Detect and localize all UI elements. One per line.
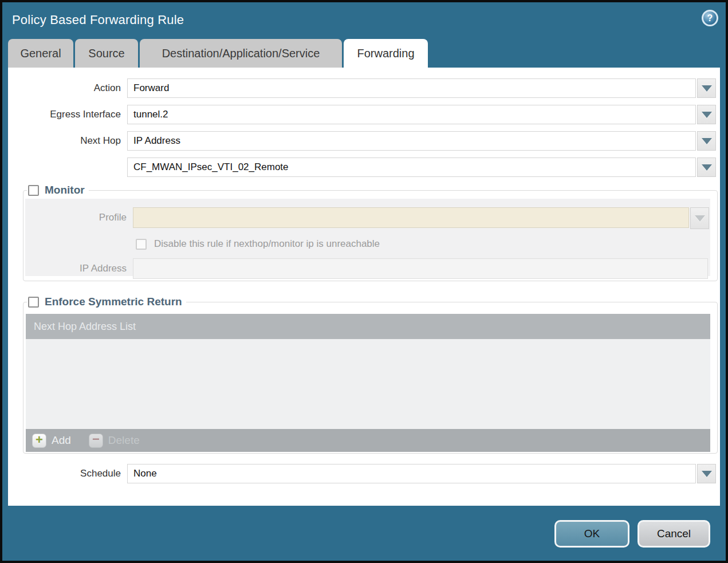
policy-based-forwarding-dialog: Policy Based Forwarding Rule ? General S…: [0, 0, 728, 563]
add-icon[interactable]: +: [32, 434, 46, 448]
schedule-select[interactable]: None: [127, 464, 696, 483]
add-button[interactable]: Add: [52, 434, 71, 447]
profile-select: [133, 207, 689, 228]
chevron-down-icon: [695, 215, 705, 222]
table-header: Next Hop Address List: [26, 314, 710, 339]
next-hop-address-row: CF_MWAN_IPsec_VTI_02_Remote: [8, 158, 720, 177]
ok-button[interactable]: OK: [554, 520, 629, 548]
disable-rule-row: Disable this rule if nexthop/monitor ip …: [25, 238, 709, 250]
table-footer: + Add − Delete: [26, 429, 710, 452]
chevron-down-icon: [702, 112, 712, 118]
delete-icon: −: [89, 434, 103, 448]
tab-label: Source: [88, 47, 124, 60]
chevron-down-icon: [702, 471, 712, 477]
monitor-panel: Profile Disable this rule if nexthop/mon…: [25, 199, 710, 276]
help-glyph: ?: [707, 13, 713, 23]
action-select[interactable]: Forward: [127, 78, 696, 98]
next-hop-row: Next Hop IP Address: [8, 131, 720, 151]
tab-label: General: [20, 47, 61, 60]
disable-rule-label: Disable this rule if nexthop/monitor ip …: [154, 238, 380, 250]
next-hop-dropdown-button[interactable]: [697, 131, 716, 151]
monitor-ip-address-label: IP Address: [25, 258, 133, 279]
enforce-symmetric-return-legend-label: Enforce Symmetric Return: [45, 296, 182, 308]
next-hop-address-list-table: Next Hop Address List + Add − Delete: [26, 314, 710, 452]
delete-button: Delete: [108, 434, 140, 447]
titlebar: Policy Based Forwarding Rule ?: [2, 2, 726, 39]
dialog-title: Policy Based Forwarding Rule: [12, 13, 184, 27]
monitor-ip-address-input: [133, 258, 708, 279]
monitor-legend: Monitor: [27, 184, 89, 196]
egress-interface-row: Egress Interface tunnel.2: [8, 105, 720, 124]
monitor-section: Monitor Profile Disable this rule if nex…: [23, 184, 718, 281]
schedule-label: Schedule: [8, 464, 127, 483]
egress-interface-label: Egress Interface: [8, 105, 127, 124]
forwarding-tab-panel: Action Forward Egress Interface tunnel.2…: [8, 68, 720, 506]
schedule-dropdown-button[interactable]: [697, 464, 716, 483]
chevron-down-icon: [702, 164, 712, 171]
enforce-symmetric-return-checkbox[interactable]: [28, 297, 39, 308]
next-hop-address-select[interactable]: CF_MWAN_IPsec_VTI_02_Remote: [127, 158, 696, 177]
chevron-down-icon: [702, 85, 712, 92]
table-body-empty: [26, 339, 710, 429]
enforce-symmetric-return-legend: Enforce Symmetric Return: [27, 296, 186, 308]
profile-dropdown-button: [690, 207, 709, 229]
tab-label: Forwarding: [357, 47, 414, 60]
action-row: Action Forward: [8, 78, 720, 98]
next-hop-label: Next Hop: [8, 131, 127, 151]
monitor-checkbox[interactable]: [28, 185, 39, 196]
profile-label: Profile: [25, 207, 133, 229]
tab-destination-application-service[interactable]: Destination/Application/Service: [140, 39, 342, 68]
tab-general[interactable]: General: [8, 39, 73, 68]
tab-label: Destination/Application/Service: [162, 47, 320, 60]
tab-bar: General Source Destination/Application/S…: [8, 39, 720, 68]
egress-interface-select[interactable]: tunnel.2: [127, 105, 696, 124]
tab-forwarding[interactable]: Forwarding: [344, 39, 428, 68]
cancel-button[interactable]: Cancel: [638, 520, 710, 548]
table-header-label: Next Hop Address List: [34, 321, 136, 333]
next-hop-type-select[interactable]: IP Address: [127, 131, 696, 151]
action-dropdown-button[interactable]: [697, 78, 716, 98]
action-label: Action: [8, 78, 127, 98]
schedule-row: Schedule None: [8, 464, 720, 483]
monitor-legend-label: Monitor: [45, 184, 85, 196]
next-hop-address-dropdown-button[interactable]: [697, 158, 716, 177]
monitor-ip-address-row: IP Address: [25, 258, 709, 279]
profile-row: Profile: [25, 207, 709, 229]
disable-rule-checkbox: [136, 239, 147, 250]
egress-interface-dropdown-button[interactable]: [697, 105, 716, 124]
enforce-symmetric-return-section: Enforce Symmetric Return Next Hop Addres…: [23, 296, 718, 454]
dialog-footer: OK Cancel: [2, 506, 726, 561]
tab-source[interactable]: Source: [75, 39, 138, 68]
help-icon[interactable]: ?: [702, 10, 718, 26]
chevron-down-icon: [702, 138, 712, 144]
